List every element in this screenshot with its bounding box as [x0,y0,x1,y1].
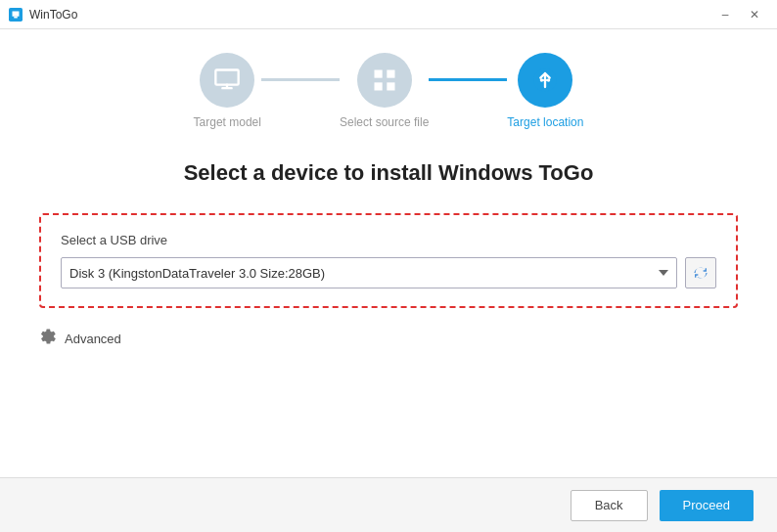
step-3-circle [518,53,572,108]
connector-1 [261,78,340,81]
minimize-button[interactable]: – [710,3,740,26]
step-2-label: Select source file [340,115,429,129]
main-content: Target model Select source file [0,29,777,477]
advanced-row[interactable]: Advanced [39,328,738,349]
titlebar: WinToGo – ✕ [0,0,777,29]
step-1-circle [200,53,254,108]
usb-select-label: Select a USB drive [61,233,716,247]
usb-select-row: Disk 3 (KingstonDataTraveler 3.0 Size:28… [61,257,716,288]
step-2-circle [357,53,412,108]
close-button[interactable]: ✕ [740,3,769,26]
connector-2 [429,78,507,81]
page-title: Select a device to install Windows ToGo [39,160,738,186]
app-icon [8,7,23,22]
refresh-button[interactable] [685,257,716,288]
usb-select-box: Select a USB drive Disk 3 (KingstonDataT… [39,213,738,308]
wizard-steps: Target model Select source file [39,53,738,129]
svg-rect-2 [374,70,382,78]
step-target-model: Target model [194,53,261,129]
window-controls: – ✕ [710,3,769,26]
step-target-location: Target location [507,53,583,129]
svg-rect-3 [387,70,394,78]
svg-rect-4 [374,82,382,90]
svg-rect-1 [216,70,239,85]
svg-rect-5 [387,82,394,90]
usb-dropdown[interactable]: Disk 3 (KingstonDataTraveler 3.0 Size:28… [61,257,677,288]
step-3-label: Target location [507,115,583,129]
advanced-label: Advanced [65,332,121,346]
gear-icon [39,328,57,349]
step-select-source: Select source file [340,53,429,129]
app-title: WinToGo [29,8,710,22]
footer: Back Proceed [0,477,777,532]
proceed-button[interactable]: Proceed [660,490,754,521]
back-button[interactable]: Back [571,490,648,521]
step-1-label: Target model [194,115,261,129]
